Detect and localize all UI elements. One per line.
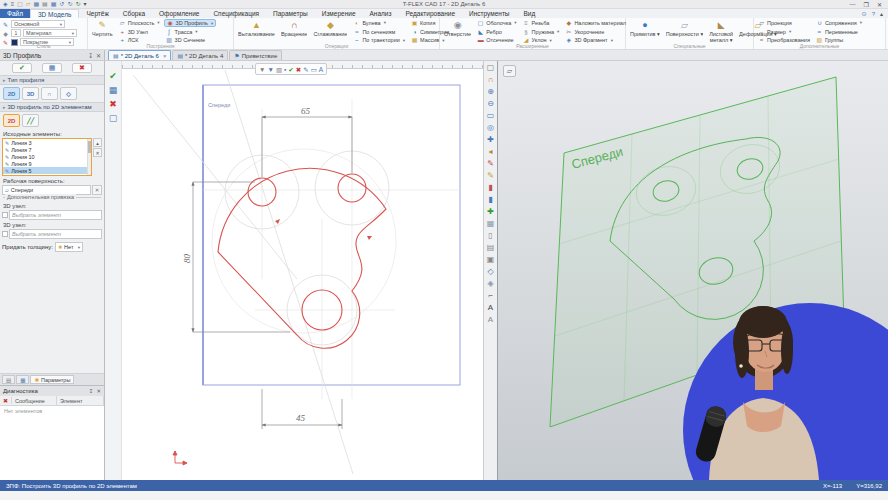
spin-field[interactable]: 1 (11, 29, 21, 37)
ribbon-button-blend[interactable]: ◆Сглаживание (311, 19, 349, 44)
close-panel-icon[interactable]: ✕ (96, 52, 101, 59)
refresh-icon[interactable]: ↻ (76, 1, 81, 7)
select-icon[interactable]: ▢ (109, 113, 118, 123)
drawing-canvas[interactable]: Спереди (105, 69, 483, 480)
filter2-icon[interactable]: ▼ (267, 66, 273, 73)
zoom-in-icon[interactable]: ⊕ (487, 87, 494, 96)
collapse-ribbon-icon[interactable]: ▴ (880, 10, 883, 17)
node1-input[interactable]: Выбрать элемент (9, 210, 102, 220)
ribbon-tab-3D Модель[interactable]: 3D Модель (30, 9, 79, 18)
ribbon-button-mates[interactable]: ∪Сопряжения▾ (814, 19, 864, 27)
letterA-cyr-icon[interactable]: А (488, 303, 493, 312)
wireframe-icon[interactable]: ◈ (487, 279, 493, 288)
view-menu-icon[interactable]: ▱ (503, 65, 516, 77)
ribbon-tab-Чертёж[interactable]: Чертёж (79, 9, 115, 18)
column-element[interactable]: Элемент (57, 396, 104, 405)
ribbon-button-sheetmetal[interactable]: ◣Листовой металл ▾ (707, 19, 735, 44)
cancel-button[interactable]: ✖ (72, 63, 92, 73)
ribbon-tab-Сборка[interactable]: Сборка (116, 9, 152, 18)
list-item[interactable]: ✎Линия 9 (3, 160, 91, 167)
list-scrollbar[interactable] (87, 139, 91, 175)
footer-window-button[interactable]: ▦ (16, 375, 29, 384)
node2-input[interactable]: Выбрать элемент (9, 229, 102, 239)
maximize-button[interactable]: ❐ (864, 1, 869, 8)
close-diagnostics-icon[interactable]: ✕ (96, 388, 101, 394)
ribbon-button-spring[interactable]: §Пружина▾ (520, 28, 561, 36)
list-item[interactable]: ✎Линия 3 (3, 139, 91, 146)
list-up-button[interactable]: ▴ (93, 138, 102, 147)
ribbon-button-shorten[interactable]: ✂Укорочение (563, 28, 628, 36)
clear-surface-button[interactable]: ✕ (92, 185, 102, 195)
window-icon[interactable]: ▢ (487, 63, 495, 72)
ribbon-button-thread[interactable]: ≡Резьба (520, 19, 561, 27)
close-button[interactable]: ✕ (877, 1, 882, 8)
print-icon[interactable]: ▤ (42, 1, 48, 7)
clear-messages-icon[interactable]: ✖ (0, 397, 12, 404)
ribbon-tab-Параметры[interactable]: Параметры (266, 9, 315, 18)
ribbon-button-route[interactable]: ∫Трасса▾ (164, 28, 217, 36)
section-profile-type[interactable]: ▸ Тип профиля (0, 75, 104, 85)
open-icon[interactable]: ▱ (26, 1, 31, 7)
edit-red-icon[interactable]: ✎ (487, 159, 494, 168)
column-message[interactable]: Сообщение (12, 396, 57, 405)
cancel-icon[interactable]: ✖ (109, 99, 117, 109)
book-red-icon[interactable]: ▮ (488, 183, 492, 192)
thickness-select[interactable]: ✱ Нет ▾ (55, 242, 83, 252)
image-icon[interactable]: ▦ (487, 219, 495, 228)
letterA-icon[interactable]: A (319, 66, 323, 73)
ribbon-button-boolean[interactable]: ◐Булева▾ (351, 19, 407, 27)
footer-recent-button[interactable]: ▤ (2, 375, 15, 384)
ribbon-button-revolve[interactable]: ∩Вращение (279, 19, 309, 44)
list-item[interactable]: ✎Линия 5 (3, 167, 91, 174)
ribbon-button-material[interactable]: ◆Наложить материал (563, 19, 628, 27)
ribbon-button-loft[interactable]: ≈По сечениям (351, 28, 407, 36)
clipboard-icon[interactable]: ▥ (276, 66, 282, 73)
pin-icon[interactable]: ↧ (88, 52, 93, 59)
ribbon-button-shell[interactable]: ▢Оболочка▾ (475, 19, 518, 27)
document-tab[interactable]: ⚑Приветствие (229, 50, 282, 60)
preview-icon[interactable]: ▦ (51, 1, 57, 7)
book-blue-icon[interactable]: ▮ (488, 195, 492, 204)
ribbon-tab-Оформление[interactable]: Оформление (152, 9, 206, 18)
save-icon[interactable]: ▦ (33, 1, 39, 7)
list-remove-button[interactable]: ✕ (93, 148, 102, 157)
ribbon-tab-Редактирование[interactable]: Редактирование (398, 9, 462, 18)
magnet-icon[interactable]: ∩ (488, 75, 494, 84)
document-tab[interactable]: ▤* 2D Деталь 6× (108, 50, 171, 60)
ribbon-select-material2[interactable]: Материал▾ (23, 29, 77, 37)
ribbon-tab-Измерение[interactable]: Измерение (315, 9, 363, 18)
segment-icon[interactable]: ▪ (284, 66, 286, 73)
ok-button[interactable]: ✔ (12, 63, 32, 73)
check-small-icon[interactable]: ✔ (288, 66, 293, 73)
move-icon[interactable]: ✚ (487, 207, 494, 216)
layers-icon[interactable]: ▤ (487, 243, 495, 252)
ribbon-button-hole[interactable]: ◉Отверстие (442, 19, 473, 44)
filter-icon[interactable]: ▼ (259, 66, 265, 73)
cube-icon[interactable]: ◇ (487, 267, 493, 276)
node1-checkbox[interactable] (2, 212, 8, 218)
x-small-icon[interactable]: ✖ (296, 66, 301, 73)
ribbon-button-surfaces[interactable]: ▱Поверхности ▾ (664, 19, 705, 44)
pin-icon[interactable]: ↧ (89, 388, 94, 394)
ribbon-button-plane[interactable]: ▱Плоскость▾ (117, 19, 162, 27)
undo-icon[interactable]: ↺ (59, 1, 64, 7)
close-tab-icon[interactable]: × (163, 53, 167, 59)
minimize-button[interactable]: — (850, 1, 856, 8)
search-icon[interactable]: ⊙ (862, 10, 867, 17)
view-3d[interactable]: ▱ Спереди (497, 61, 888, 480)
mode-hatch-button[interactable]: ╱╱ (22, 114, 39, 127)
copy2-icon[interactable]: ▣ (487, 255, 495, 264)
ribbon-button-projection[interactable]: ▱Проекция (756, 19, 812, 27)
section-profile-by-2d[interactable]: ▸ 3D профиль по 2D элементам (0, 102, 104, 112)
ribbon-button-profile3d[interactable]: ◉3D Профиль▾ (164, 19, 217, 27)
pan-icon[interactable]: ✚ (487, 135, 494, 144)
document-tab[interactable]: ▤* 2D Деталь 4 (172, 50, 228, 60)
ok-icon[interactable]: ✔ (109, 71, 117, 81)
ribbon-select-style[interactable]: Основной▾ (11, 20, 65, 28)
ribbon-button-extrude[interactable]: ▲Выталкивание (236, 19, 277, 44)
ribbon-button-rib[interactable]: ◣Ребро (475, 28, 518, 36)
preview-button[interactable]: ▦ (42, 63, 62, 73)
list-item[interactable]: ✎Линия 10 (3, 153, 91, 160)
profile-geometry[interactable] (218, 168, 386, 348)
ribbon-button-primitive[interactable]: ●Примитив ▾ (628, 19, 662, 44)
